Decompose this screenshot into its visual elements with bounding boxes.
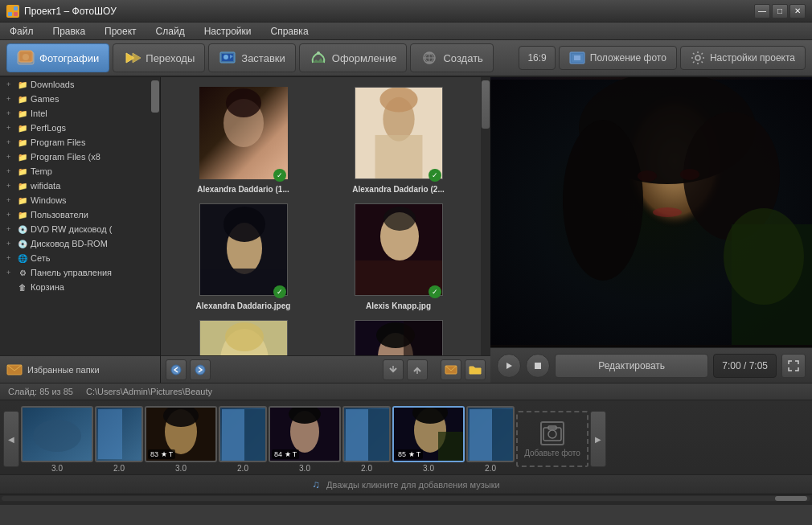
- tree-item-network[interactable]: + 🌐 Сеть: [0, 251, 150, 265]
- timeline-prev-btn[interactable]: ◀: [3, 411, 19, 467]
- slide-thumb[interactable]: [21, 406, 93, 462]
- photo-item-4[interactable]: ✓ Alexis Knapp.jpg: [322, 200, 474, 314]
- slide-duration: 2.0: [485, 464, 496, 473]
- favorites-bar[interactable]: Избранные папки: [0, 355, 160, 383]
- envelope-tool-btn[interactable]: [441, 359, 461, 380]
- close-btn[interactable]: ✕: [789, 4, 806, 18]
- project-settings-button[interactable]: Настройки проекта: [680, 46, 806, 70]
- tree-item-temp[interactable]: + 📁 Temp: [0, 164, 150, 178]
- slide-thumb-active[interactable]: 85 ★ T: [392, 406, 465, 462]
- tab-transitions-label: Переходы: [146, 52, 195, 64]
- slide-number-badge: 85 ★ T: [396, 449, 423, 459]
- file-panel: + 📁 Downloads + 📁 Games + 📁 Intel + 📁: [0, 77, 161, 383]
- main-content: + 📁 Downloads + 📁 Games + 📁 Intel + 📁: [0, 77, 812, 383]
- toolbar: Фотографии Переходы Заставки: [0, 40, 812, 77]
- tab-design-label: Оформление: [332, 52, 397, 64]
- tab-create-label: Создать: [443, 52, 482, 64]
- add-photo-icon: [540, 421, 564, 445]
- tree-item-bd[interactable]: + 💿 Дисковод BD-ROM: [0, 236, 150, 251]
- preview-panel: Редактировать 7:00 / 7:05: [490, 77, 812, 383]
- preview-image: [490, 77, 812, 347]
- menu-file[interactable]: Файл: [6, 24, 37, 39]
- tree-item-perflogs[interactable]: + 📁 PerfLogs: [0, 121, 150, 135]
- tree-item-trash[interactable]: 🗑 Корзина: [0, 280, 150, 294]
- slide-thumb[interactable]: 84 ★ T: [269, 406, 341, 462]
- slide-transition-3: 2.0: [342, 406, 391, 473]
- menu-project[interactable]: Проект: [101, 24, 140, 39]
- folder-icon: 📁: [17, 209, 28, 220]
- back-btn[interactable]: [166, 359, 187, 380]
- play-button[interactable]: [497, 354, 521, 378]
- svg-marker-61: [506, 363, 512, 369]
- tree-item-wifidata[interactable]: + 📁 wifidata: [0, 178, 150, 193]
- tree-scrollbar[interactable]: [150, 77, 160, 355]
- up-btn[interactable]: [407, 359, 428, 380]
- tree-item-label: Intel: [31, 109, 47, 118]
- horizontal-scroll-track[interactable]: [2, 496, 810, 501]
- ratio-button[interactable]: 16:9: [519, 46, 555, 70]
- menu-help[interactable]: Справка: [267, 24, 311, 39]
- forward-btn[interactable]: [190, 359, 211, 380]
- tree-item-games[interactable]: + 📁 Games: [0, 92, 150, 106]
- photo-item-3[interactable]: ✓ Alexandra Daddario.jpeg: [167, 200, 319, 314]
- maximize-btn[interactable]: □: [772, 4, 788, 18]
- tab-design[interactable]: Оформление: [299, 43, 408, 72]
- photo-label: Alexis Knapp.jpg: [366, 301, 431, 310]
- slide-thumb-transition[interactable]: [342, 406, 391, 462]
- tab-create[interactable]: Создать: [410, 43, 493, 72]
- tab-transitions[interactable]: Переходы: [113, 43, 205, 72]
- edit-button[interactable]: Редактировать: [555, 354, 708, 378]
- fullscreen-button[interactable]: [781, 354, 806, 378]
- ratio-label: 16:9: [527, 52, 546, 64]
- minimize-btn[interactable]: —: [754, 4, 770, 18]
- svg-rect-71: [222, 409, 244, 462]
- menu-slide[interactable]: Слайд: [153, 24, 188, 39]
- stop-button[interactable]: [526, 354, 550, 378]
- bottom-scrollbar[interactable]: [0, 494, 812, 502]
- tree-item-intel[interactable]: + 📁 Intel: [0, 106, 150, 121]
- tree-item-program-files[interactable]: + 📁 Program Files: [0, 135, 150, 150]
- photo-item-2[interactable]: ✓ Alexandra Daddario (2...: [322, 84, 474, 197]
- tree-item-program-files-x86[interactable]: + 📁 Program Files (x8: [0, 150, 150, 164]
- tree-item-label: wifidata: [31, 181, 60, 191]
- tab-screensavers[interactable]: Заставки: [208, 43, 295, 72]
- photo-item-6[interactable]: [322, 317, 474, 355]
- menu-bar: Файл Правка Проект Слайд Настройки Справ…: [0, 23, 812, 40]
- folder-tool-btn[interactable]: [465, 359, 486, 380]
- photo-item-5[interactable]: [167, 317, 319, 355]
- tree-item-windows[interactable]: + 📁 Windows: [0, 193, 150, 207]
- tree-scroll-thumb[interactable]: [151, 80, 159, 113]
- photo-scroll-thumb[interactable]: [482, 80, 490, 129]
- slide-thumb-transition[interactable]: [466, 406, 515, 462]
- preview-svg-detail: [490, 77, 812, 347]
- preview-portrait: [490, 77, 812, 347]
- menu-settings[interactable]: Настройки: [201, 24, 255, 39]
- tree-item-control-panel[interactable]: + ⚙ Панель управления: [0, 265, 150, 280]
- slide-thumb-transition[interactable]: [95, 406, 143, 462]
- tab-photos[interactable]: Фотографии: [6, 43, 109, 72]
- horizontal-scroll-thumb[interactable]: [775, 496, 807, 501]
- photo-thumbnail: [355, 87, 443, 179]
- tab-screensavers-label: Заставки: [241, 52, 285, 64]
- photo-label: Alexandra Daddario.jpeg: [196, 301, 291, 310]
- trash-icon: 🗑: [17, 281, 28, 293]
- slide-thumb-transition[interactable]: [219, 406, 267, 462]
- slide-thumb[interactable]: 83 ★ T: [145, 406, 217, 462]
- timeline-next-btn[interactable]: ▶: [590, 411, 606, 467]
- tree-item-downloads[interactable]: + 📁 Downloads: [0, 77, 150, 92]
- tree-item-dvd[interactable]: + 💿 DVD RW дисковод (: [0, 222, 150, 236]
- tree-item-users[interactable]: + 📁 Пользователи: [0, 207, 150, 222]
- path-display: C:\Users\Admin\Pictures\Beauty: [86, 387, 212, 396]
- menu-edit[interactable]: Правка: [50, 24, 89, 39]
- title-bar: Проект1 – ФотоШОУ — □ ✕: [0, 0, 812, 23]
- status-bar: Слайд: 85 из 85 C:\Users\Admin\Pictures\…: [0, 383, 812, 400]
- photo-item-1[interactable]: ✓ Alexandra Daddario (1...: [167, 84, 319, 197]
- app-title: Проект1 – ФотоШОУ: [24, 6, 117, 17]
- photo-scrollbar[interactable]: [481, 77, 490, 355]
- music-bar[interactable]: ♫ Дважды кликните для добавления музыки: [0, 474, 812, 494]
- photo-position-button[interactable]: Положение фото: [559, 46, 677, 70]
- down-btn[interactable]: [383, 359, 404, 380]
- slide-transition-4: 2.0: [466, 406, 515, 473]
- add-photo-box[interactable]: Добавьте фото: [516, 411, 588, 467]
- slide-duration: 2.0: [113, 464, 125, 473]
